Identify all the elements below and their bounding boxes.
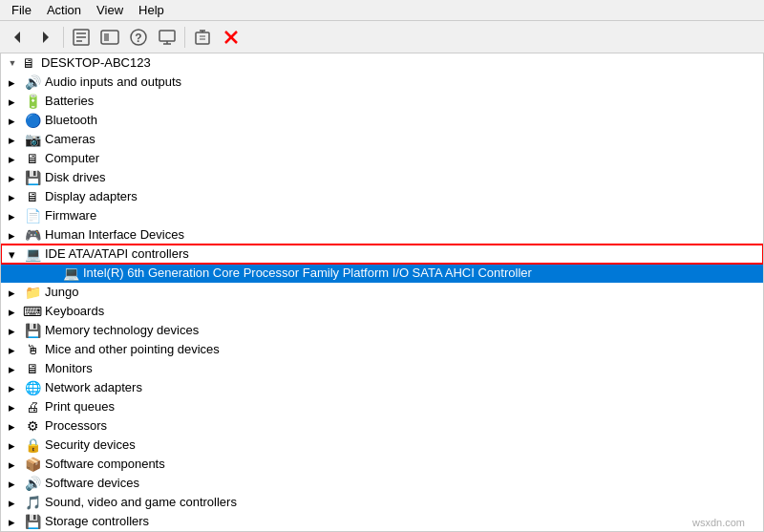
expand-arrow[interactable]: ▾ <box>5 247 24 262</box>
tree-item[interactable]: ▸🖱Mice and other pointing devices <box>1 340 763 359</box>
expand-arrow[interactable]: ▸ <box>5 133 24 147</box>
svg-marker-0 <box>14 32 20 43</box>
toolbar: ? <box>0 21 764 53</box>
expand-arrow[interactable]: ▸ <box>5 209 24 223</box>
item-label: Memory technology devices <box>45 321 199 340</box>
tree-item[interactable]: ▸🖨Print queues <box>1 397 763 416</box>
item-label: Jungo <box>45 283 78 302</box>
expand-arrow[interactable]: ▸ <box>5 362 24 376</box>
item-label: Software devices <box>45 474 139 493</box>
show-hidden-button[interactable] <box>96 25 123 50</box>
item-icon: 🔒 <box>24 437 41 453</box>
tree-item[interactable]: ▸🔒Security devices <box>1 436 763 455</box>
tree-item[interactable]: ▸📦Software components <box>1 455 763 474</box>
device-tree[interactable]: ▼ 🖥 DESKTOP-ABC123 ▸🔊Audio inputs and ou… <box>0 53 764 532</box>
item-icon: 💾 <box>24 514 41 529</box>
expand-arrow[interactable]: ▸ <box>5 515 24 529</box>
expand-arrow[interactable]: ▸ <box>5 496 24 510</box>
item-icon: 🌐 <box>24 380 41 395</box>
item-icon: 🖥 <box>24 189 41 204</box>
tree-item[interactable]: ▸🎮Human Interface Devices <box>1 225 763 245</box>
menu-view[interactable]: View <box>89 1 131 19</box>
item-label: Intel(R) 6th Generation Core Processor F… <box>83 264 532 283</box>
item-icon: 📦 <box>24 457 41 472</box>
menu-action[interactable]: Action <box>39 1 89 19</box>
expand-arrow[interactable]: ▸ <box>5 286 24 300</box>
item-icon: 🔊 <box>24 476 41 491</box>
item-icon: 💾 <box>24 170 41 185</box>
menu-help[interactable]: Help <box>131 1 172 19</box>
tree-item[interactable]: ▸🔋Batteries <box>1 92 763 111</box>
tree-item[interactable]: ▸📄Firmware <box>1 206 763 225</box>
uninstall-button[interactable] <box>189 25 216 50</box>
tree-item[interactable]: ▸⚙Processors <box>1 416 763 436</box>
item-label: Keyboards <box>45 302 104 321</box>
expand-arrow[interactable]: ▸ <box>5 190 24 204</box>
tree-item[interactable]: ▸📁Jungo <box>1 283 763 302</box>
item-label: Firmware <box>45 206 96 225</box>
tree-root[interactable]: ▼ 🖥 DESKTOP-ABC123 <box>1 53 763 73</box>
item-label: Sound, video and game controllers <box>45 493 237 512</box>
computer-button[interactable] <box>154 25 180 50</box>
menu-file[interactable]: File <box>4 1 39 19</box>
expand-arrow[interactable]: ▸ <box>5 324 24 338</box>
item-icon: 📷 <box>24 132 41 147</box>
toolbar-sep-1 <box>63 27 64 48</box>
expand-arrow[interactable]: ▸ <box>5 228 24 243</box>
tree-container: ▸🔊Audio inputs and outputs▸🔋Batteries▸🔵B… <box>1 73 763 532</box>
tree-item[interactable]: ▸💾Memory technology devices <box>1 321 763 340</box>
tree-item[interactable]: ▸🎵Sound, video and game controllers <box>1 493 763 512</box>
expand-arrow[interactable]: ▸ <box>5 95 24 109</box>
item-label: Human Interface Devices <box>45 225 184 245</box>
tree-item[interactable]: ▸🖥Computer <box>1 149 763 168</box>
tree-item[interactable]: ▸🔊Software devices <box>1 474 763 493</box>
item-label: Print queues <box>45 397 115 416</box>
tree-item[interactable]: ▸🌐Network adapters <box>1 378 763 397</box>
svg-rect-7 <box>104 33 109 41</box>
expand-arrow[interactable]: ▸ <box>5 75 24 90</box>
item-icon: ⌨ <box>24 304 41 319</box>
item-label: Software components <box>45 455 165 474</box>
expand-arrow[interactable]: ▸ <box>5 458 24 472</box>
item-label: Bluetooth <box>45 111 97 130</box>
item-label: Processors <box>45 416 107 436</box>
expand-arrow[interactable]: ▸ <box>5 400 24 415</box>
item-label: Monitors <box>45 359 93 378</box>
expand-arrow[interactable]: ▸ <box>5 114 24 128</box>
tree-item[interactable]: ▸🔊Audio inputs and outputs <box>1 73 763 92</box>
tree-item[interactable]: ▾💻IDE ATA/ATAPI controllers <box>1 245 763 264</box>
item-label: Computer <box>45 149 99 168</box>
tree-item[interactable]: ▸💾Storage controllers <box>1 512 763 531</box>
tree-item[interactable]: ▸🖥Display adapters <box>1 187 763 206</box>
expand-arrow[interactable]: ▸ <box>5 152 24 166</box>
expand-arrow[interactable]: ▸ <box>5 305 24 319</box>
item-icon: 🎮 <box>24 227 41 243</box>
root-expand-arrow[interactable]: ▼ <box>5 55 20 71</box>
expand-arrow[interactable]: ▸ <box>5 171 24 185</box>
item-icon: 🔵 <box>24 113 41 128</box>
tree-item[interactable]: ▸⌨Keyboards <box>1 302 763 321</box>
tree-item[interactable]: ▸🖥Monitors <box>1 359 763 378</box>
tree-item[interactable]: 💻Intel(R) 6th Generation Core Processor … <box>1 264 763 283</box>
svg-rect-6 <box>101 31 118 44</box>
item-icon: 🖱 <box>24 342 41 357</box>
delete-button[interactable] <box>218 25 244 50</box>
item-icon: 🎵 <box>24 495 41 510</box>
item-label: IDE ATA/ATAPI controllers <box>45 245 189 264</box>
back-button[interactable] <box>4 25 31 50</box>
expand-arrow[interactable]: ▸ <box>5 343 24 357</box>
properties-button[interactable] <box>68 25 95 50</box>
help-button[interactable]: ? <box>125 25 152 50</box>
item-icon: ⚙ <box>24 418 41 434</box>
tree-item[interactable]: ▸📷Cameras <box>1 130 763 149</box>
tree-item[interactable]: ▸🔵Bluetooth <box>1 111 763 130</box>
toolbar-sep-2 <box>184 27 185 48</box>
menu-bar: File Action View Help <box>0 0 764 21</box>
item-icon: 🔋 <box>24 94 41 109</box>
forward-button[interactable] <box>32 25 59 50</box>
expand-arrow[interactable]: ▸ <box>5 381 24 395</box>
tree-item[interactable]: ▸💾Disk drives <box>1 168 763 187</box>
expand-arrow[interactable]: ▸ <box>5 419 24 434</box>
expand-arrow[interactable]: ▸ <box>5 477 24 491</box>
expand-arrow[interactable]: ▸ <box>5 438 24 453</box>
